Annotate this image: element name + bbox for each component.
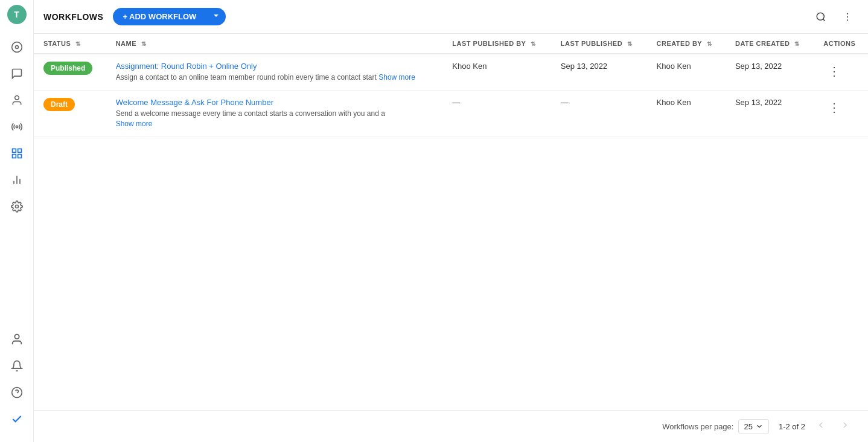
svg-point-1 — [15, 46, 18, 49]
page-title: WORKFLOWS — [43, 12, 103, 22]
topbar-actions — [810, 6, 858, 28]
row1-name-cell: Assignment: Round Robin + Online Only As… — [106, 54, 443, 90]
workflow-name-link-1[interactable]: Assignment: Round Robin + Online Only — [116, 62, 257, 71]
more-options-button[interactable] — [837, 6, 858, 28]
show-more-link-1[interactable]: Show more — [378, 73, 415, 82]
svg-point-17 — [847, 13, 848, 14]
sidebar-item-broadcast[interactable] — [5, 115, 29, 139]
col-header-status[interactable]: STATUS ⇅ — [34, 34, 106, 54]
main-content: WORKFLOWS + ADD WORKFLOW — [34, 0, 868, 442]
svg-line-16 — [823, 19, 825, 21]
add-workflow-main[interactable]: + ADD WORKFLOW — [113, 8, 206, 25]
svg-rect-5 — [18, 149, 21, 153]
sort-icon-cb: ⇅ — [707, 40, 712, 47]
workflows-table: STATUS ⇅ NAME ⇅ LAST PUBLISHED BY ⇅ LAST… — [34, 34, 868, 136]
row2-actions-cell: ⋮ — [814, 90, 868, 136]
sidebar-item-check[interactable] — [5, 407, 29, 431]
svg-point-2 — [14, 96, 19, 100]
per-page-select[interactable]: 25 — [738, 419, 768, 434]
row2-description: Send a welcome message every time a cont… — [116, 109, 433, 129]
sidebar-item-help[interactable] — [5, 380, 29, 405]
row1-status-cell: Published — [34, 54, 106, 90]
sidebar-item-chat[interactable] — [5, 62, 29, 86]
sort-icon-name: ⇅ — [141, 40, 147, 47]
row2-date-created: Sep 13, 2022 — [726, 90, 814, 136]
sidebar-item-dashboard[interactable] — [5, 35, 29, 59]
row2-name-cell: Welcome Message & Ask For Phone Number S… — [106, 90, 443, 136]
row2-created-by: Khoo Ken — [647, 90, 726, 136]
chevron-right-icon — [840, 420, 850, 430]
row2-last-published-by: — — [442, 90, 550, 136]
svg-rect-7 — [12, 155, 16, 158]
sidebar-item-contacts[interactable] — [5, 88, 29, 112]
avatar[interactable]: T — [7, 5, 27, 24]
table-row: Published Assignment: Round Robin + Onli… — [34, 54, 868, 90]
row2-actions-button[interactable]: ⋮ — [823, 98, 845, 117]
sort-icon-lp: ⇅ — [627, 40, 633, 47]
row1-last-published: Sep 13, 2022 — [551, 54, 647, 90]
add-workflow-dropdown[interactable] — [206, 8, 226, 25]
workflow-name-link-2[interactable]: Welcome Message & Ask For Phone Number — [116, 98, 273, 107]
per-page-label: Workflows per page: — [662, 422, 733, 431]
sort-icon-lpby: ⇅ — [531, 40, 536, 47]
col-header-created-by[interactable]: CREATED BY ⇅ — [647, 34, 726, 54]
svg-point-18 — [847, 16, 848, 17]
col-header-actions: ACTIONS — [814, 34, 868, 54]
table-footer: Workflows per page: 25 1-2 of 2 — [34, 410, 868, 442]
svg-rect-4 — [12, 149, 16, 153]
sort-icon-dc: ⇅ — [794, 40, 800, 47]
col-header-name[interactable]: NAME ⇅ — [106, 34, 443, 54]
status-badge-draft: Draft — [43, 98, 75, 111]
svg-point-0 — [11, 42, 22, 53]
row2-status-cell: Draft — [34, 90, 106, 136]
search-button[interactable] — [810, 6, 832, 28]
sidebar-item-user[interactable] — [5, 327, 29, 351]
row1-actions-cell: ⋮ — [814, 54, 868, 90]
row1-actions-button[interactable]: ⋮ — [823, 62, 845, 81]
chevron-left-icon — [816, 420, 826, 430]
table-header-row: STATUS ⇅ NAME ⇅ LAST PUBLISHED BY ⇅ LAST… — [34, 34, 868, 54]
sidebar-item-notifications[interactable] — [5, 354, 29, 378]
show-more-link-2[interactable]: Show more — [116, 120, 153, 128]
add-workflow-button[interactable]: + ADD WORKFLOW — [113, 8, 226, 25]
row1-date-created: Sep 13, 2022 — [726, 54, 814, 90]
pagination-control: 1-2 of 2 — [779, 418, 854, 435]
next-page-button[interactable] — [837, 418, 854, 435]
svg-point-11 — [15, 205, 18, 208]
row1-last-published-by: Khoo Ken — [442, 54, 550, 90]
prev-page-button[interactable] — [812, 418, 829, 435]
svg-point-15 — [817, 13, 824, 20]
topbar: WORKFLOWS + ADD WORKFLOW — [34, 0, 868, 34]
row1-created-by: Khoo Ken — [647, 54, 726, 90]
col-header-last-published[interactable]: LAST PUBLISHED ⇅ — [551, 34, 647, 54]
table-row: Draft Welcome Message & Ask For Phone Nu… — [34, 90, 868, 136]
col-header-last-published-by[interactable]: LAST PUBLISHED BY ⇅ — [442, 34, 550, 54]
per-page-control: Workflows per page: 25 — [662, 419, 769, 434]
sidebar-item-workflows[interactable] — [5, 141, 29, 165]
workflows-table-container: STATUS ⇅ NAME ⇅ LAST PUBLISHED BY ⇅ LAST… — [34, 34, 868, 410]
chevron-down-icon — [755, 422, 764, 431]
page-info: 1-2 of 2 — [779, 422, 805, 431]
svg-point-12 — [14, 335, 19, 339]
row1-description: Assign a contact to an online team membe… — [116, 72, 433, 83]
sidebar-item-settings[interactable] — [5, 194, 29, 219]
row2-last-published: — — [551, 90, 647, 136]
search-icon — [815, 11, 826, 22]
sidebar: T — [0, 0, 34, 442]
sidebar-item-reports[interactable] — [5, 168, 29, 192]
status-badge-published: Published — [43, 62, 92, 75]
col-header-date-created[interactable]: DATE CREATED ⇅ — [726, 34, 814, 54]
sort-icon-status: ⇅ — [75, 40, 81, 47]
svg-point-19 — [847, 19, 848, 21]
svg-rect-6 — [18, 155, 21, 158]
more-vert-icon — [842, 11, 853, 22]
svg-point-3 — [16, 126, 18, 127]
